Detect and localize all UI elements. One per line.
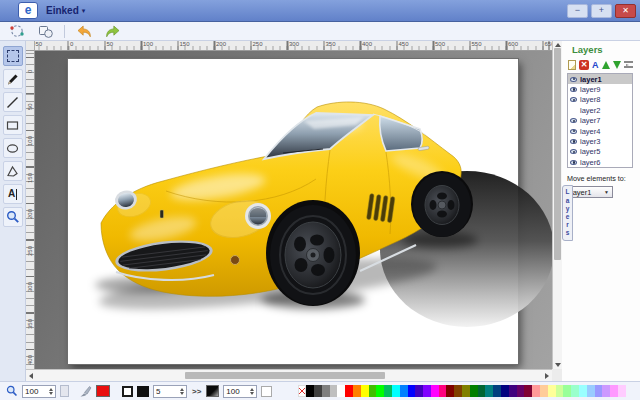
palette-swatch[interactable] — [517, 385, 525, 397]
palette-swatch[interactable] — [493, 385, 501, 397]
layer-row[interactable]: layer8 — [568, 95, 632, 105]
layer-row[interactable]: layer2 — [568, 105, 632, 115]
palette-swatch[interactable] — [470, 385, 478, 397]
horizontal-scrollbar[interactable] — [26, 369, 552, 381]
palette-swatch[interactable] — [540, 385, 548, 397]
palette-swatch[interactable] — [618, 385, 626, 397]
layer-visibility-eye-icon[interactable] — [570, 139, 577, 144]
tool-select[interactable] — [3, 46, 23, 66]
layer-visibility-eye-icon[interactable] — [570, 160, 577, 165]
layer-row[interactable]: layer7 — [568, 116, 632, 126]
palette-swatch[interactable] — [446, 385, 454, 397]
zoom-options-button[interactable] — [60, 385, 69, 397]
layer-row[interactable]: layer6 — [568, 157, 632, 167]
palette-swatch[interactable] — [400, 385, 408, 397]
palette-swatch[interactable] — [423, 385, 431, 397]
fill-color-swatch[interactable] — [96, 385, 110, 397]
palette-swatch[interactable] — [439, 385, 447, 397]
palette-swatch[interactable] — [548, 385, 556, 397]
palette-swatch-none[interactable] — [298, 385, 306, 397]
palette-swatch[interactable] — [369, 385, 377, 397]
palette-swatch[interactable] — [345, 385, 353, 397]
opacity-input[interactable] — [226, 386, 248, 397]
stroke-width-spinner[interactable] — [178, 386, 185, 397]
palette-swatch[interactable] — [337, 385, 345, 397]
layer-row[interactable]: layer1 — [568, 74, 632, 84]
duplicate-button[interactable] — [34, 24, 56, 39]
vertical-scrollbar[interactable] — [552, 41, 562, 369]
tool-ellipse[interactable] — [3, 138, 23, 158]
lower-layer-icon[interactable] — [613, 61, 621, 69]
redo-button[interactable] — [101, 24, 123, 39]
stroke-color-swatch[interactable] — [137, 386, 149, 397]
palette-swatch[interactable] — [376, 385, 384, 397]
layer-row[interactable]: layer9 — [568, 84, 632, 94]
front-wheel[interactable] — [266, 200, 360, 306]
tool-polygon[interactable] — [3, 161, 23, 181]
close-button[interactable]: ✕ — [615, 4, 636, 18]
palette-swatch[interactable] — [306, 385, 314, 397]
new-layer-icon[interactable] — [568, 60, 576, 70]
scroll-down-arrow-icon[interactable] — [555, 363, 561, 367]
palette-swatch[interactable] — [361, 385, 369, 397]
layer-visibility-eye-icon[interactable] — [570, 129, 577, 134]
app-title-menu[interactable]: Einked — [46, 5, 79, 16]
gradient-icon[interactable] — [206, 385, 219, 397]
artwork-car[interactable] — [68, 59, 552, 364]
zoom-spinner[interactable] — [47, 386, 54, 397]
transform-button[interactable] — [6, 24, 28, 39]
palette-swatch[interactable] — [610, 385, 618, 397]
maximize-button[interactable]: + — [591, 4, 612, 18]
palette-swatch[interactable] — [571, 385, 579, 397]
palette-swatch[interactable] — [384, 385, 392, 397]
scroll-right-arrow-icon[interactable] — [545, 373, 549, 379]
palette-swatch[interactable] — [579, 385, 587, 397]
horizontal-scroll-thumb[interactable] — [185, 372, 385, 379]
layer-row[interactable]: layer3 — [568, 136, 632, 146]
palette-swatch[interactable] — [587, 385, 595, 397]
palette-swatch[interactable] — [509, 385, 517, 397]
move-target-dropdown[interactable]: layer1 ▼ — [567, 186, 613, 198]
layer-row[interactable]: layer4 — [568, 126, 632, 136]
palette-swatch[interactable] — [314, 385, 322, 397]
layers-side-tab[interactable]: Layers — [562, 185, 573, 241]
palette-swatch[interactable] — [392, 385, 400, 397]
opacity-spinner[interactable] — [248, 386, 255, 397]
canvas-viewport[interactable] — [35, 51, 552, 369]
title-menu-caret-icon[interactable]: ▾ — [82, 7, 86, 15]
palette-swatch[interactable] — [478, 385, 486, 397]
palette-swatch[interactable] — [322, 385, 330, 397]
layer-visibility-eye-icon[interactable] — [570, 149, 577, 154]
layer-visibility-eye-icon[interactable] — [570, 77, 577, 82]
tool-text[interactable]: A — [3, 184, 23, 204]
tool-rectangle[interactable] — [3, 115, 23, 135]
palette-swatch[interactable] — [602, 385, 610, 397]
palette-swatch[interactable] — [501, 385, 509, 397]
palette-swatch[interactable] — [595, 385, 603, 397]
undo-button[interactable] — [73, 24, 95, 39]
palette-swatch[interactable] — [556, 385, 564, 397]
fog-light[interactable] — [231, 256, 240, 265]
palette-swatch[interactable] — [462, 385, 470, 397]
rear-wheel[interactable] — [411, 171, 473, 237]
palette-swatch[interactable] — [415, 385, 423, 397]
tool-pencil[interactable] — [3, 69, 23, 89]
paint-style-icon[interactable] — [79, 385, 92, 398]
palette-swatch[interactable] — [485, 385, 493, 397]
delete-layer-icon[interactable]: ✕ — [579, 60, 589, 70]
tool-line[interactable] — [3, 92, 23, 112]
palette-swatch[interactable] — [524, 385, 532, 397]
scroll-left-arrow-icon[interactable] — [29, 373, 33, 379]
palette-swatch[interactable] — [454, 385, 462, 397]
zoom-level-input[interactable] — [25, 386, 47, 397]
palette-swatch[interactable] — [563, 385, 571, 397]
stroke-width-input[interactable] — [156, 386, 178, 397]
layer-visibility-eye-icon[interactable] — [570, 97, 577, 102]
rename-layer-icon[interactable]: A — [592, 60, 599, 70]
extra-option-button[interactable] — [261, 386, 272, 397]
more-options-button[interactable]: >> — [192, 387, 201, 396]
layer-visibility-eye-icon[interactable] — [570, 118, 577, 123]
layer-row[interactable]: layer5 — [568, 147, 632, 157]
tool-zoom[interactable] — [3, 207, 23, 227]
layer-visibility-eye-icon[interactable] — [570, 87, 577, 92]
